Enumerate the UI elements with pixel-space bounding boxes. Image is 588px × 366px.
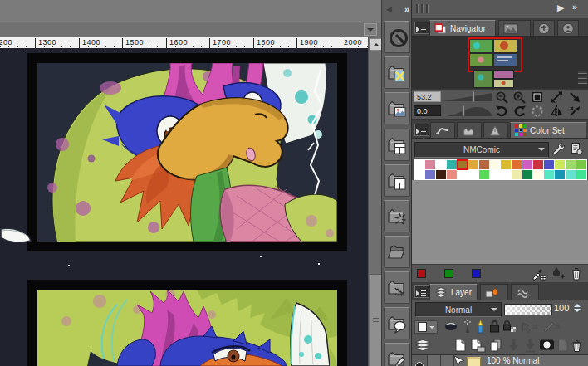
tab-materials[interactable] [498, 20, 531, 36]
reset-view-button[interactable] [568, 105, 582, 118]
layer-item-label[interactable]: 100 % Normal [487, 356, 539, 365]
replace-color-button[interactable] [550, 266, 566, 281]
tab-navigator[interactable]: Navigator [429, 20, 496, 36]
scrollbar-thumb[interactable] [370, 274, 382, 366]
folder-effect-brushes-button[interactable] [384, 200, 410, 232]
collapse-left-icon[interactable]: ◄ [385, 5, 394, 14]
add-color-button[interactable] [531, 266, 547, 281]
panel-resize-grip[interactable] [578, 71, 587, 84]
delete-color-button[interactable] [569, 266, 584, 281]
lock-icon[interactable] [488, 320, 501, 334]
color-swatch[interactable] [458, 170, 468, 179]
color-swatch[interactable] [501, 160, 511, 169]
tab-publish[interactable] [533, 20, 555, 36]
folder-selection-tools-button[interactable] [384, 56, 410, 89]
tab-color-slider[interactable] [457, 122, 482, 138]
color-swatch[interactable] [414, 170, 424, 179]
color-swatch-selected[interactable] [458, 160, 468, 169]
duplicate-layer-button[interactable] [488, 338, 505, 353]
color-swatch[interactable] [566, 160, 576, 169]
layer-visibility-cell[interactable] [412, 355, 428, 366]
color-swatch[interactable] [436, 170, 446, 179]
color-swatch[interactable] [468, 160, 478, 169]
apply-mask-button-disabled[interactable] [556, 338, 569, 353]
rotate-cw-button[interactable] [512, 105, 527, 118]
tab-color-set[interactable]: Color Set [510, 122, 586, 138]
zoom-value-field[interactable]: 53.2 [414, 91, 441, 102]
expand-right-icon[interactable]: » [404, 5, 409, 14]
lock-transparency-icon[interactable] [502, 320, 517, 334]
rotation-slider[interactable] [443, 105, 492, 116]
fit-to-screen-button[interactable] [531, 90, 544, 104]
dock-overflow-icon[interactable]: » [572, 2, 577, 12]
color-swatch[interactable] [544, 170, 554, 179]
clip-at-layer-icon-disabled[interactable] [520, 320, 540, 334]
folder-panel-layout-a-button[interactable] [384, 129, 410, 161]
panel-menu-button[interactable] [414, 124, 429, 136]
rotate-ccw-button[interactable] [495, 105, 509, 118]
layer-color-combo[interactable] [414, 320, 438, 334]
new-layer-button[interactable] [453, 338, 467, 353]
register-color-button[interactable] [569, 141, 585, 157]
color-swatch[interactable] [533, 160, 543, 169]
folder-panel-layout-b-button[interactable] [384, 164, 410, 197]
quick-magnifier-tool-button[interactable] [384, 21, 410, 53]
tab-layer[interactable]: Layer [429, 284, 478, 300]
create-mask-button[interactable] [539, 339, 555, 351]
merge-down-button-disabled[interactable] [507, 338, 521, 353]
color-swatch[interactable] [576, 160, 586, 169]
folder-plain-button[interactable] [384, 236, 410, 268]
canvas-vertical-scrollbar[interactable] [368, 37, 382, 366]
new-folder-button[interactable] [470, 338, 486, 353]
rotation-value-field[interactable]: 0.0 [414, 105, 441, 116]
stored-color-green[interactable] [444, 269, 453, 278]
color-swatch[interactable] [447, 160, 457, 169]
color-swatch[interactable] [468, 170, 478, 179]
dock-expand-icon[interactable]: ▶ [557, 3, 564, 12]
flip-horizontal-button[interactable] [550, 105, 564, 118]
panel-menu-button[interactable] [414, 285, 429, 298]
color-swatch[interactable] [533, 170, 543, 179]
color-set-preset-select[interactable]: NMComic [414, 142, 549, 158]
opacity-spinner[interactable] [573, 302, 582, 314]
color-swatch[interactable] [512, 160, 522, 169]
folder-pens-button[interactable] [384, 343, 410, 366]
color-swatch[interactable] [414, 160, 424, 169]
color-swatch[interactable] [555, 170, 565, 179]
opacity-value[interactable]: 100 [554, 303, 569, 313]
tab-color-wheel[interactable] [430, 122, 455, 138]
zoom-in-button[interactable] [512, 90, 527, 104]
scroll-up-button[interactable] [370, 38, 382, 51]
edit-color-set-button[interactable] [551, 141, 566, 157]
folder-speech-balloons-button[interactable] [384, 307, 410, 339]
stored-color-red[interactable] [417, 269, 426, 278]
delete-layer-button[interactable] [570, 338, 584, 353]
folder-image-materials-button[interactable] [384, 92, 410, 124]
ruler-snap-icon-disabled[interactable] [542, 320, 562, 334]
color-swatch[interactable] [522, 160, 532, 169]
mask-ellipse-icon[interactable] [443, 320, 458, 333]
color-swatch[interactable] [501, 170, 511, 179]
zoom-slider[interactable] [443, 91, 492, 102]
color-swatch[interactable] [522, 170, 532, 179]
tab-account[interactable] [557, 20, 579, 36]
opacity-slider[interactable] [504, 304, 552, 315]
tab-overflow-button[interactable] [364, 23, 377, 36]
navigator-view-rectangle[interactable] [468, 37, 522, 72]
tab-tone[interactable] [511, 284, 539, 300]
blend-mode-select[interactable]: Normal [415, 302, 502, 317]
color-swatch[interactable] [555, 160, 565, 169]
transfer-down-button-disabled[interactable] [523, 338, 537, 353]
zoom-out-button[interactable] [495, 90, 509, 104]
panel-menu-button[interactable] [414, 22, 429, 34]
color-swatch[interactable] [436, 160, 446, 169]
color-swatch[interactable] [479, 170, 489, 179]
color-swatch[interactable] [479, 160, 489, 169]
airbrush-icon[interactable] [462, 320, 473, 334]
color-swatch[interactable] [544, 160, 554, 169]
folder-sketch-brushes-button[interactable] [384, 271, 410, 304]
navigator-preview-area[interactable] [412, 37, 588, 89]
color-swatch[interactable] [490, 160, 500, 169]
color-swatch[interactable] [512, 170, 522, 179]
color-swatch[interactable] [425, 160, 435, 169]
